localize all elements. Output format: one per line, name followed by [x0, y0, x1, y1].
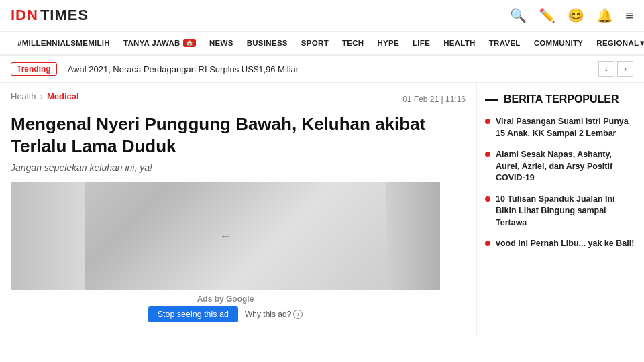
logo-idn: IDN	[11, 7, 38, 24]
breadcrumb-separator: ›	[40, 91, 43, 101]
main-content: Health › Medical 01 Feb 21 | 11:16 Menge…	[0, 83, 644, 336]
nav-tech[interactable]: TECH	[335, 32, 371, 54]
trending-bar: Trending Awal 2021, Neraca Perdagangan R…	[0, 56, 644, 83]
breadcrumb: Health › Medical	[11, 91, 79, 101]
why-this-ad[interactable]: Why this ad? i	[245, 310, 303, 319]
site-header: IDN TIMES 🔍 ✏️ 😊 🔔 ≡	[0, 0, 644, 32]
image-prev-arrow[interactable]: ←	[219, 229, 231, 243]
breadcrumb-parent[interactable]: Health	[11, 91, 36, 101]
article-subtitle: Jangan sepelekan keluhan ini, ya!	[11, 162, 466, 173]
sidebar-dot-4	[485, 241, 490, 246]
trending-navigation: ‹ ›	[598, 61, 633, 77]
site-logo[interactable]: IDN TIMES	[11, 7, 89, 24]
article-date: 01 Feb 21 | 11:16	[402, 95, 466, 104]
article-image: ←	[11, 182, 440, 290]
trending-next-button[interactable]: ›	[617, 61, 633, 77]
trending-label: Trending	[11, 62, 57, 76]
sidebar-item-1[interactable]: Viral Pasangan Suami Istri Punya 15 Anak…	[485, 116, 636, 139]
sidebar-item-text-4: vood Ini Pernah Libu... yak ke Bali!	[496, 238, 634, 250]
sidebar-dot-2	[485, 152, 490, 157]
article-title: Mengenal Nyeri Punggung Bawah, Keluhan a…	[11, 113, 453, 157]
nav-health[interactable]: HEALTH	[437, 32, 482, 54]
meta-row: Health › Medical 01 Feb 21 | 11:16	[11, 91, 466, 107]
nav-hype[interactable]: HYPE	[370, 32, 406, 54]
sidebar-dot-1	[485, 119, 490, 124]
sidebar-item-3[interactable]: 10 Tulisan Spanduk Jualan Ini Bikin Liha…	[485, 194, 636, 229]
nav-travel[interactable]: TRAVEL	[482, 32, 527, 54]
header-icons: 🔍 ✏️ 😊 🔔 ≡	[510, 7, 633, 23]
image-curtain-left	[11, 182, 85, 290]
chevron-down-icon: ▾	[640, 38, 644, 48]
trending-text: Awal 2021, Neraca Perdagangan RI Surplus…	[68, 64, 588, 74]
logo-times: TIMES	[40, 7, 89, 24]
edit-icon[interactable]: ✏️	[539, 7, 555, 23]
image-curtain-right	[386, 182, 440, 290]
menu-icon[interactable]: ≡	[625, 8, 633, 23]
ads-by-google-label: Ads by Google	[11, 294, 440, 304]
nav-business[interactable]: BUSINESS	[240, 32, 294, 54]
nav-regional[interactable]: REGIONAL ▾	[590, 32, 644, 54]
nav-millennials[interactable]: #MILLENNIALSMEMILIH	[11, 32, 117, 54]
info-icon: i	[293, 310, 303, 319]
nav-badge: 🏠	[183, 39, 196, 47]
search-icon[interactable]: 🔍	[510, 7, 527, 23]
sidebar-item-text-1: Viral Pasangan Suami Istri Punya 15 Anak…	[496, 116, 636, 139]
nav-community[interactable]: COMMUNITY	[527, 32, 590, 54]
breadcrumb-child[interactable]: Medical	[47, 91, 79, 101]
nav-tanya-jawab[interactable]: TANYA JAWAB 🏠	[117, 32, 203, 54]
trending-prev-button[interactable]: ‹	[598, 61, 614, 77]
sidebar-dot-3	[485, 196, 490, 202]
nav-life[interactable]: LIFE	[406, 32, 437, 54]
sidebar-title-dash: —	[485, 91, 498, 107]
nav-news[interactable]: NEWS	[203, 32, 240, 54]
notification-icon[interactable]: 🔔	[596, 7, 613, 23]
nav-sport[interactable]: SPORT	[294, 32, 335, 54]
sidebar-title: — BERITA TERPOPULER	[485, 91, 636, 107]
ad-overlay: Ads by Google Stop seeing this ad Why th…	[11, 290, 440, 328]
main-nav: #MILLENNIALSMEMILIH TANYA JAWAB 🏠 NEWS B…	[0, 32, 644, 56]
stop-seeing-ad-button[interactable]: Stop seeing this ad	[148, 306, 238, 322]
sidebar-item-text-2: Alami Sesak Napas, Ashanty, Aurel, Azrie…	[496, 149, 636, 184]
sidebar: — BERITA TERPOPULER Viral Pasangan Suami…	[476, 83, 644, 336]
sidebar-item-2[interactable]: Alami Sesak Napas, Ashanty, Aurel, Azrie…	[485, 149, 636, 184]
sidebar-item-4[interactable]: vood Ini Pernah Libu... yak ke Bali!	[485, 238, 636, 250]
ad-actions: Stop seeing this ad Why this ad? i	[11, 306, 440, 328]
emoji-icon[interactable]: 😊	[568, 7, 584, 23]
sidebar-item-text-3: 10 Tulisan Spanduk Jualan Ini Bikin Liha…	[496, 194, 636, 229]
article-area: Health › Medical 01 Feb 21 | 11:16 Menge…	[0, 83, 476, 336]
